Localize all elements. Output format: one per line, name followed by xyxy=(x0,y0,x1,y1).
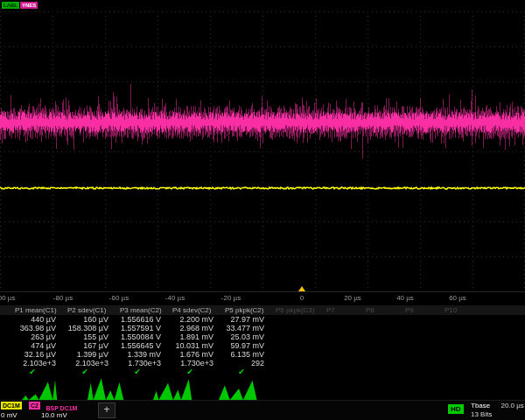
measure-histicon-p3[interactable] xyxy=(153,377,192,400)
measure-header-p5[interactable]: P5 pkpk(C2) xyxy=(222,305,273,315)
measure-value-cell xyxy=(402,350,442,359)
measure-value-cell: 2.103e+3 xyxy=(65,359,117,368)
measure-value-cell xyxy=(324,332,363,341)
measure-header-p9[interactable]: P9 xyxy=(402,305,442,315)
measure-value-cell xyxy=(363,324,402,332)
measure-value-cell: 32.16 µV xyxy=(12,350,65,359)
measure-value-cell: 25.03 mV xyxy=(222,332,273,341)
time-axis-label: 20 µs xyxy=(344,294,361,302)
time-axis-label: -20 µs xyxy=(221,294,241,302)
measure-status-cell: ✔ xyxy=(170,368,222,376)
measure-value-cell xyxy=(324,341,363,350)
timebase-bits: 13 Bits xyxy=(471,410,492,418)
measure-value-cell xyxy=(363,341,402,350)
time-axis-label: -40 µs xyxy=(165,294,185,302)
measure-value-cell: 1.339 mV xyxy=(117,350,170,359)
measure-value-cell xyxy=(273,359,324,368)
measure-header-p1[interactable]: P1 mean(C1) xyxy=(12,305,65,315)
timebase-descriptor[interactable]: Tbase 20.0 µs 13 Bits xyxy=(471,402,525,419)
measure-status-cell: ✔ xyxy=(222,368,273,376)
measure-value-cell xyxy=(324,324,363,332)
time-axis-label: -100 µs xyxy=(0,294,15,302)
time-axis-label: 0 xyxy=(300,294,304,302)
measure-value-cell xyxy=(402,359,442,368)
waveform-grid-canvas[interactable] xyxy=(0,0,525,294)
time-axis-label: 60 µs xyxy=(449,294,466,302)
measure-value-cell xyxy=(273,324,324,332)
measure-header-p10[interactable]: P10 xyxy=(442,305,481,315)
measure-value-cell: 10.031 mV xyxy=(170,341,222,350)
measure-value-cell xyxy=(402,315,442,324)
measure-value-cell: 263 µV xyxy=(12,332,65,341)
measure-header-p2[interactable]: P2 sdev(C1) xyxy=(65,305,117,315)
measure-value-cell xyxy=(402,332,442,341)
measure-header-p4[interactable]: P4 sdev(C2) xyxy=(170,305,222,315)
measure-value-cell xyxy=(402,341,442,350)
measure-value-cell xyxy=(363,350,402,359)
measure-value-cell: 160 µV xyxy=(65,315,117,324)
trigger-time-marker[interactable] xyxy=(298,286,305,291)
measure-value-cell: 167 µV xyxy=(65,341,117,350)
timebase-label: Tbase xyxy=(471,402,490,410)
measure-histicon-p1[interactable] xyxy=(22,377,61,400)
top-left-tags: LABLYNES xyxy=(2,2,38,9)
measure-status-cell: ✔ xyxy=(117,368,170,376)
measure-histicon-p4[interactable] xyxy=(219,377,258,400)
measure-value-cell xyxy=(442,332,481,341)
time-axis-label: 40 µs xyxy=(396,294,414,302)
hd-badge: HD xyxy=(448,404,464,414)
measure-value-cell: 1.676 mV xyxy=(170,350,222,359)
measure-value-cell: 1.891 mV xyxy=(170,332,222,341)
measure-value-cell: 2.968 mV xyxy=(170,324,222,332)
measure-value-cell xyxy=(402,324,442,332)
measure-value-cell xyxy=(442,359,481,368)
measure-value-cell xyxy=(324,315,363,324)
screen-label-tag: LABL xyxy=(2,2,19,9)
measure-status-cell xyxy=(363,368,402,376)
measure-value-cell: 6.135 mV xyxy=(222,350,273,359)
time-axis: -100 µs-80 µs-60 µs-40 µs-20 µs020 µs40 … xyxy=(0,294,525,304)
measure-header-p3[interactable]: P3 mean(C2) xyxy=(117,305,170,315)
channel-c2-descriptor[interactable]: C2 BSP DC1M 10.0 mV xyxy=(29,402,97,419)
measure-value-cell: 1.556616 V xyxy=(117,315,170,324)
measure-value-cell: 1.730e+3 xyxy=(170,359,222,368)
measure-value-cell: 1.399 µV xyxy=(65,350,117,359)
measure-status-cell: ✔ xyxy=(65,368,117,376)
measure-status-cell xyxy=(442,368,481,376)
measure-value-cell xyxy=(442,341,481,350)
screen-label-tag: YNES xyxy=(20,2,38,9)
measure-value-cell: 363.98 µV xyxy=(12,324,65,332)
measure-value-cell: 158.308 µV xyxy=(65,324,117,332)
measure-table: P1 mean(C1)P2 sdev(C1)P3 mean(C2)P4 sdev… xyxy=(12,305,481,376)
channel-c2-scale: 10.0 mV xyxy=(29,411,97,419)
measure-value-cell xyxy=(324,350,363,359)
channel-c2-chip: C2 xyxy=(29,402,40,410)
measure-value-cell xyxy=(324,359,363,368)
time-axis-label: -80 µs xyxy=(53,294,73,302)
measure-value-cell xyxy=(442,315,481,324)
measure-value-cell: 1.730e+3 xyxy=(117,359,170,368)
measure-header-p6[interactable]: P6 pkpk(C3) xyxy=(273,305,324,315)
measure-header-p8[interactable]: P8 xyxy=(363,305,402,315)
measure-status-cell xyxy=(324,368,363,376)
measure-value-cell: 1.550084 V xyxy=(117,332,170,341)
measure-value-cell xyxy=(442,350,481,359)
measure-value-cell: 292 xyxy=(222,359,273,368)
measure-status-cell xyxy=(402,368,442,376)
measure-header-p7[interactable]: P7 xyxy=(324,305,363,315)
measure-value-cell xyxy=(273,315,324,324)
crosshair-button[interactable]: + xyxy=(98,402,116,418)
channel-c1-coupling-chip: DC1M xyxy=(1,402,22,410)
measure-value-cell xyxy=(442,324,481,332)
measure-value-cell: 440 µV xyxy=(12,315,65,324)
measure-value-cell xyxy=(273,332,324,341)
measure-value-cell: 2.200 mV xyxy=(170,315,222,324)
measure-value-cell: 59.97 mV xyxy=(222,341,273,350)
timebase-scale: 20.0 µs xyxy=(500,402,523,410)
measure-value-cell: 474 µV xyxy=(12,341,65,350)
measure-value-cell xyxy=(363,315,402,324)
measure-status-cell xyxy=(273,368,324,376)
measure-histicon-p2[interactable] xyxy=(88,377,127,400)
oscilloscope-screen: LABLYNES -100 µs-80 µs-60 µs-40 µs-20 µs… xyxy=(0,0,525,420)
measure-value-cell xyxy=(363,332,402,341)
